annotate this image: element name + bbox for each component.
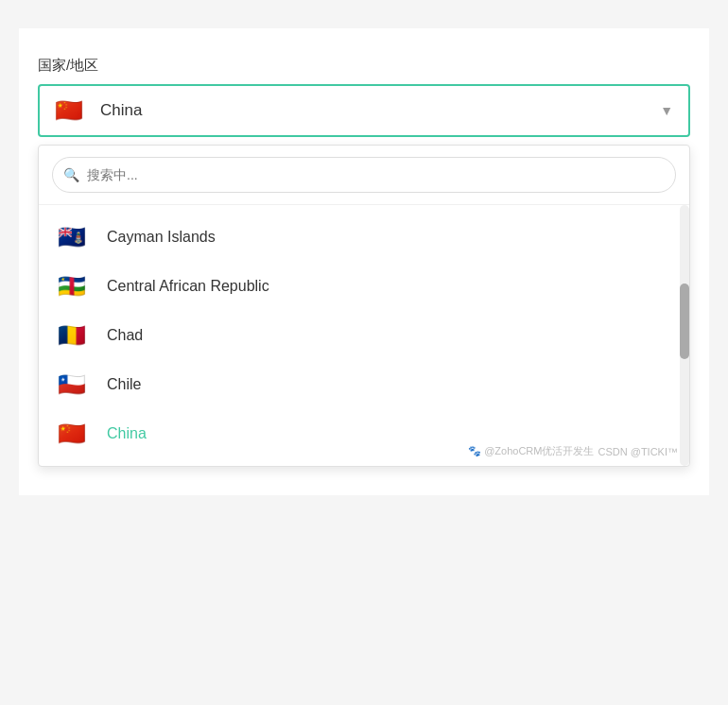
watermark-sub: CSDN @TICKI™ <box>598 446 678 457</box>
country-dropdown: 🔍 🇰🇾 Cayman Islands 🇨🇫 Central African R… <box>38 145 690 467</box>
chad-flag: 🇹🇩 <box>58 324 92 347</box>
selected-country-name: China <box>100 101 142 120</box>
selected-flag: 🇨🇳 <box>55 99 89 122</box>
chevron-down-icon: ▼ <box>660 103 673 118</box>
car-name: Central African Republic <box>107 278 269 295</box>
search-input[interactable] <box>52 157 676 193</box>
country-list: 🇰🇾 Cayman Islands 🇨🇫 Central African Rep… <box>39 205 689 466</box>
china-flag: 🇨🇳 <box>58 422 92 445</box>
cayman-name: Cayman Islands <box>107 229 216 246</box>
list-item[interactable]: 🇨🇱 Chile <box>39 360 689 409</box>
field-label: 国家/地区 <box>38 57 690 75</box>
search-icon: 🔍 <box>63 167 79 182</box>
country-select[interactable]: 🇨🇳 China ▼ <box>38 84 690 137</box>
list-item[interactable]: 🇹🇩 Chad <box>39 311 689 360</box>
list-item[interactable]: 🇨🇫 Central African Republic <box>39 262 689 311</box>
chile-flag: 🇨🇱 <box>58 373 92 396</box>
watermark-text: 🐾 @ZohoCRM优活开发生 <box>468 444 594 458</box>
search-wrapper: 🔍 <box>52 157 676 193</box>
dropdown-inner: 🇰🇾 Cayman Islands 🇨🇫 Central African Rep… <box>39 205 689 466</box>
search-box: 🔍 <box>39 146 689 205</box>
scroll-thumb[interactable] <box>680 284 689 359</box>
car-flag: 🇨🇫 <box>58 275 92 298</box>
list-item[interactable]: 🇰🇾 Cayman Islands <box>39 213 689 262</box>
scroll-track[interactable] <box>680 205 689 466</box>
chad-name: Chad <box>107 327 143 344</box>
page-container: 国家/地区 🇨🇳 China ▼ 🔍 🇰🇾 Cayman Islands <box>19 28 709 495</box>
select-box-left: 🇨🇳 China <box>55 99 142 122</box>
chile-name: Chile <box>107 376 141 393</box>
china-name: China <box>107 425 147 442</box>
cayman-flag: 🇰🇾 <box>58 226 92 249</box>
watermark: 🐾 @ZohoCRM优活开发生 CSDN @TICKI™ <box>468 444 678 458</box>
